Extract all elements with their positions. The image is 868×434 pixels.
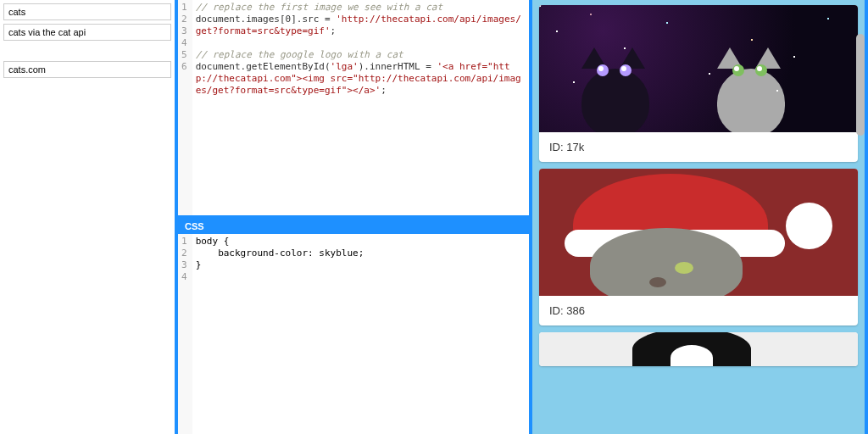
js-editor[interactable]: 1 2 3 4 5 6 // replace the first image w… [178,0,529,215]
sidebar [0,0,178,434]
sidebar-item-catapi[interactable] [3,24,171,41]
list-item[interactable]: ID: 386 [539,169,858,326]
cat-image-bw [539,332,858,366]
preview-area[interactable]: ID: 17k ID: 386 [532,0,865,434]
css-header: CSS [178,219,529,234]
editor-panel: 1 2 3 4 5 6 // replace the first image w… [178,0,529,434]
list-item[interactable]: ID: 17k [539,5,858,162]
list-item[interactable] [539,332,858,366]
card-id-label: ID: 386 [539,296,858,326]
js-gutter: 1 2 3 4 5 6 [178,0,192,215]
sidebar-item-cats[interactable] [3,3,171,20]
scrollbar-thumb[interactable] [856,34,865,136]
css-editor[interactable]: CSS 1 2 3 4 body { background-color: sky… [178,219,529,434]
preview-panel: ID: 17k ID: 386 [529,0,868,434]
css-code[interactable]: body { background-color: skyblue; } [192,234,529,434]
cat-image-space [539,5,858,132]
js-code[interactable]: // replace the first image we see with a… [192,0,529,215]
card-id-label: ID: 17k [539,132,858,162]
sidebar-item-catscom[interactable] [3,61,171,78]
cat-image-santa [539,169,858,296]
css-gutter: 1 2 3 4 [178,234,192,434]
